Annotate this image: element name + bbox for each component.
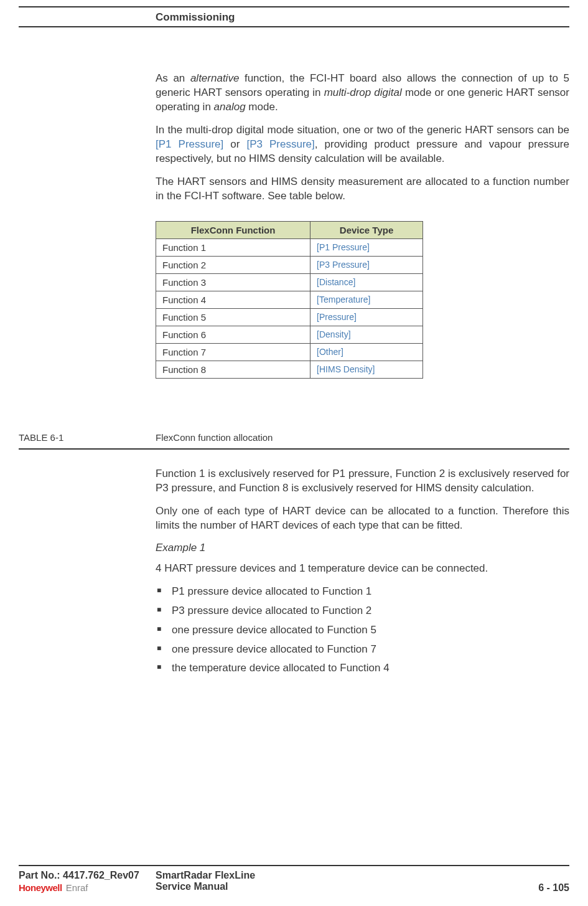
table-row: Function 7[Other] <box>156 343 423 361</box>
cell-function: Function 8 <box>156 361 310 378</box>
cell-function: Function 4 <box>156 291 310 308</box>
table-caption-label: TABLE 6-1 <box>19 432 63 443</box>
cell-function: Function 1 <box>156 238 310 256</box>
header-rule-top <box>19 6 569 7</box>
list-item: P3 pressure device allocated to Function… <box>156 604 569 618</box>
cell-device: [Density] <box>310 326 423 343</box>
text-italic: analog <box>214 101 246 113</box>
enraf-logo: Enraf <box>66 882 88 893</box>
paragraph-6: 4 HART pressure devices and 1 temperatur… <box>156 562 569 576</box>
footer-page-number: 6 - 105 <box>538 882 569 894</box>
list-item: one pressure device allocated to Functio… <box>156 623 569 638</box>
header-rule-bottom <box>19 26 569 27</box>
table-header-device: Device Type <box>310 221 423 238</box>
cell-device: [P1 Pressure] <box>310 238 423 256</box>
list-item: one pressure device allocated to Functio… <box>156 643 569 657</box>
cell-device: [HIMS Density] <box>310 361 423 378</box>
cell-device: [Other] <box>310 343 423 361</box>
text: or <box>223 138 246 150</box>
cell-function: Function 2 <box>156 256 310 273</box>
cell-function: Function 7 <box>156 343 310 361</box>
table-caption-text: FlexConn function allocation <box>156 432 273 443</box>
table-header-function: FlexConn Function <box>156 221 310 238</box>
cell-device: [Distance] <box>310 273 423 291</box>
text: As an <box>156 72 190 84</box>
text-reference: [P3 Pressure] <box>246 138 314 150</box>
text-italic: alternative <box>190 72 239 84</box>
text-reference: [P1 Pressure] <box>156 138 223 150</box>
honeywell-logo: Honeywell <box>19 882 62 893</box>
page-footer: Part No.: 4417.762_Rev07 Honeywell Enraf… <box>19 865 569 894</box>
text: In the multi-drop digital mode situation… <box>156 124 569 136</box>
table-row: Function 2[P3 Pressure] <box>156 256 423 273</box>
cell-function: Function 5 <box>156 308 310 326</box>
table-row: Function 4[Temperature] <box>156 291 423 308</box>
table-row: Function 3[Distance] <box>156 273 423 291</box>
cell-device: [Pressure] <box>310 308 423 326</box>
paragraph-3: The HART sensors and HIMS density measur… <box>156 175 569 204</box>
table-row: Function 5[Pressure] <box>156 308 423 326</box>
footer-doc-subtitle: Service Manual <box>156 881 538 892</box>
cell-function: Function 6 <box>156 326 310 343</box>
page-header-title: Commissioning <box>156 11 235 24</box>
paragraph-1: As an alternative function, the FCI-HT b… <box>156 72 569 115</box>
table-row: Function 8[HIMS Density] <box>156 361 423 378</box>
table-header-row: FlexConn Function Device Type <box>156 221 423 238</box>
text: mode. <box>246 101 278 113</box>
footer-rule <box>19 865 569 866</box>
bullet-list: P1 pressure device allocated to Function… <box>156 585 569 676</box>
cell-function: Function 3 <box>156 273 310 291</box>
text-italic: multi-drop digital <box>324 87 402 98</box>
paragraph-2: In the multi-drop digital mode situation… <box>156 123 569 166</box>
caption-rule <box>19 448 569 450</box>
list-item: the temperature device allocated to Func… <box>156 661 569 676</box>
example-heading: Example 1 <box>156 542 569 554</box>
paragraph-5: Only one of each type of HART device can… <box>156 504 569 533</box>
table-row: Function 1[P1 Pressure] <box>156 238 423 256</box>
footer-doc-title: SmartRadar FlexLine <box>156 870 538 881</box>
cell-device: [P3 Pressure] <box>310 256 423 273</box>
paragraph-4: Function 1 is exclusively reserved for P… <box>156 467 569 496</box>
footer-part-number: Part No.: 4417.762_Rev07 <box>19 870 156 881</box>
list-item: P1 pressure device allocated to Function… <box>156 585 569 599</box>
table-row: Function 6[Density] <box>156 326 423 343</box>
cell-device: [Temperature] <box>310 291 423 308</box>
function-table: FlexConn Function Device Type Function 1… <box>156 221 423 379</box>
